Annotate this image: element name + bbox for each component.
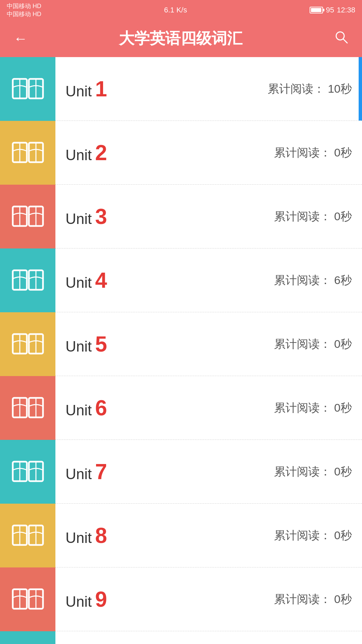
status-bar: 中国移动 HD 中国移动 HD 6.1 K/s 95 12:38 bbox=[0, 0, 362, 20]
unit-icon-6 bbox=[0, 376, 55, 440]
unit-reading-5: 累计阅读： 0秒 bbox=[274, 336, 352, 352]
unit-label-7: Unit bbox=[65, 466, 92, 482]
carrier2: 中国移动 HD bbox=[7, 10, 41, 18]
unit-item-7[interactable]: Unit7累计阅读： 0秒 bbox=[0, 440, 362, 504]
unit-label-9: Unit bbox=[65, 593, 92, 610]
unit-item-1[interactable]: Unit1累计阅读： 10秒 bbox=[0, 57, 362, 121]
unit-content-1: Unit1累计阅读： 10秒 bbox=[55, 77, 362, 101]
unit-icon-5 bbox=[0, 312, 55, 376]
unit-label-6: Unit bbox=[65, 402, 92, 419]
network-speed: 6.1 K/s bbox=[164, 6, 187, 14]
unit-icon-10 bbox=[0, 631, 55, 644]
page-title: 大学英语四级词汇 bbox=[119, 28, 242, 49]
back-button[interactable]: ← bbox=[13, 31, 28, 47]
unit-item-9[interactable]: Unit9累计阅读： 0秒 bbox=[0, 567, 362, 631]
book-icon bbox=[11, 76, 45, 102]
unit-content-7: Unit7累计阅读： 0秒 bbox=[55, 459, 362, 484]
unit-icon-4 bbox=[0, 248, 55, 312]
unit-left-2: Unit2 bbox=[65, 140, 107, 165]
unit-content-9: Unit9累计阅读： 0秒 bbox=[55, 587, 362, 612]
unit-icon-3 bbox=[0, 185, 55, 248]
book-icon bbox=[11, 203, 45, 230]
search-icon bbox=[334, 30, 349, 44]
unit-number-1: 1 bbox=[95, 77, 107, 101]
svg-line-1 bbox=[343, 39, 347, 43]
unit-item-2[interactable]: Unit2累计阅读： 0秒 bbox=[0, 121, 362, 185]
app-header: ← 大学英语四级词汇 bbox=[0, 20, 362, 57]
unit-content-4: Unit4累计阅读： 6秒 bbox=[55, 268, 362, 293]
unit-reading-2: 累计阅读： 0秒 bbox=[274, 145, 352, 160]
unit-number-8: 8 bbox=[95, 523, 107, 548]
unit-number-3: 3 bbox=[95, 204, 107, 229]
time: 12:38 bbox=[337, 6, 355, 14]
unit-icon-8 bbox=[0, 504, 55, 567]
unit-reading-8: 累计阅读： 0秒 bbox=[274, 528, 352, 543]
carrier-info: 中国移动 HD 中国移动 HD bbox=[7, 2, 41, 18]
unit-left-4: Unit4 bbox=[65, 268, 107, 293]
unit-reading-9: 累计阅读： 0秒 bbox=[274, 592, 352, 607]
unit-content-8: Unit8累计阅读： 0秒 bbox=[55, 523, 362, 548]
unit-icon-9 bbox=[0, 567, 55, 631]
unit-icon-2 bbox=[0, 121, 55, 185]
unit-left-6: Unit6 bbox=[65, 396, 107, 420]
unit-content-6: Unit6累计阅读： 0秒 bbox=[55, 396, 362, 420]
unit-content-5: Unit5累计阅读： 0秒 bbox=[55, 332, 362, 357]
book-icon bbox=[11, 267, 45, 294]
book-icon bbox=[11, 586, 45, 613]
unit-icon-1 bbox=[0, 57, 55, 121]
unit-reading-4: 累计阅读： 6秒 bbox=[274, 273, 352, 288]
unit-label-8: Unit bbox=[65, 530, 92, 546]
unit-label-3: Unit bbox=[65, 211, 92, 227]
book-icon bbox=[11, 458, 45, 485]
unit-label-5: Unit bbox=[65, 338, 92, 355]
unit-number-4: 4 bbox=[95, 268, 107, 293]
search-button[interactable] bbox=[334, 30, 349, 48]
unit-label-2: Unit bbox=[65, 147, 92, 164]
book-icon bbox=[11, 139, 45, 166]
unit-number-7: 7 bbox=[95, 459, 107, 484]
scroll-indicator bbox=[359, 57, 362, 121]
unit-item-4[interactable]: Unit4累计阅读： 6秒 bbox=[0, 248, 362, 312]
unit-label-4: Unit bbox=[65, 274, 92, 291]
unit-reading-1: 累计阅读： 10秒 bbox=[268, 81, 352, 97]
unit-left-7: Unit7 bbox=[65, 459, 107, 484]
status-right: 95 12:38 bbox=[310, 6, 355, 14]
battery-icon bbox=[310, 7, 323, 13]
book-icon bbox=[11, 395, 45, 421]
unit-number-5: 5 bbox=[95, 332, 107, 357]
unit-content-2: Unit2累计阅读： 0秒 bbox=[55, 140, 362, 165]
unit-number-6: 6 bbox=[95, 396, 107, 420]
unit-item-6[interactable]: Unit6累计阅读： 0秒 bbox=[0, 376, 362, 440]
unit-item-3[interactable]: Unit3累计阅读： 0秒 bbox=[0, 185, 362, 248]
unit-label-1: Unit bbox=[65, 83, 92, 100]
unit-item-8[interactable]: Unit8累计阅读： 0秒 bbox=[0, 504, 362, 567]
unit-reading-6: 累计阅读： 0秒 bbox=[274, 400, 352, 416]
carrier1: 中国移动 HD bbox=[7, 2, 41, 10]
unit-left-3: Unit3 bbox=[65, 204, 107, 229]
unit-content-3: Unit3累计阅读： 0秒 bbox=[55, 204, 362, 229]
unit-reading-7: 累计阅读： 0秒 bbox=[274, 464, 352, 479]
book-icon bbox=[11, 331, 45, 358]
unit-list: Unit1累计阅读： 10秒 Unit2累计阅读： 0秒 Unit3累计阅读： … bbox=[0, 57, 362, 644]
unit-left-5: Unit5 bbox=[65, 332, 107, 357]
unit-number-2: 2 bbox=[95, 140, 107, 165]
unit-left-8: Unit8 bbox=[65, 523, 107, 548]
book-icon bbox=[11, 522, 45, 549]
unit-reading-3: 累计阅读： 0秒 bbox=[274, 209, 352, 224]
unit-item-10[interactable]: Unit10累计阅读： 0秒 bbox=[0, 631, 362, 644]
unit-number-9: 9 bbox=[95, 587, 107, 612]
battery-level: 95 bbox=[326, 6, 334, 14]
unit-left-1: Unit1 bbox=[65, 77, 107, 101]
unit-item-5[interactable]: Unit5累计阅读： 0秒 bbox=[0, 312, 362, 376]
unit-left-9: Unit9 bbox=[65, 587, 107, 612]
unit-icon-7 bbox=[0, 440, 55, 504]
